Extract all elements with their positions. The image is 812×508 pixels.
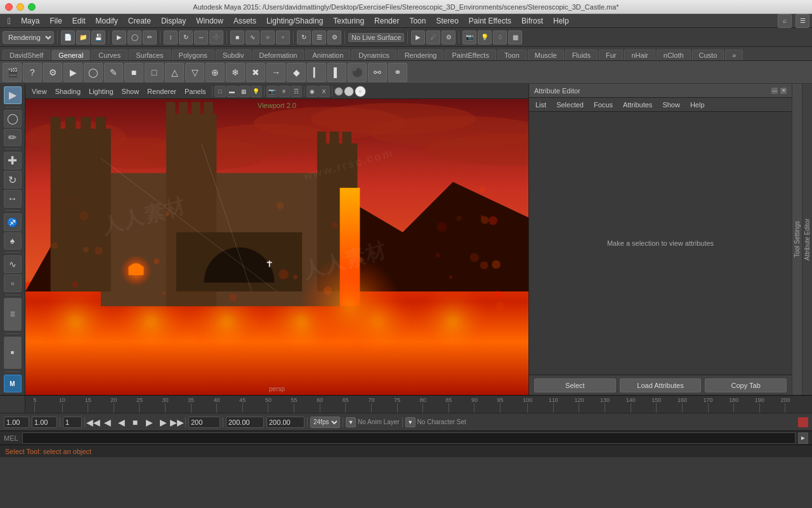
snap-curve-icon[interactable]: ∿ (246, 30, 259, 44)
curve-snap-tool[interactable]: ∿ (4, 255, 22, 273)
shelf-icon-measure[interactable]: → (266, 63, 285, 82)
menu-icon[interactable]: ☰ (796, 14, 809, 28)
attr-menu-show[interactable]: Show (658, 100, 684, 109)
play-forward-btn[interactable]: ▶ (143, 417, 155, 428)
rotate-icon[interactable]: ↻ (179, 30, 193, 44)
lasso-icon[interactable]: ◯ (128, 30, 141, 44)
shelf-tab-deformation[interactable]: Deformation (252, 50, 304, 60)
viewport-menu-view[interactable]: View (28, 87, 51, 96)
menu-bifrost[interactable]: Bifrost (516, 15, 548, 27)
vp-lighting-btn[interactable]: 💡 (251, 86, 262, 97)
viewport-menu-renderer[interactable]: Renderer (143, 87, 180, 96)
shelf-icon-ungroup[interactable]: □ (145, 63, 164, 82)
shelf-icon-lasso[interactable]: ◯ (84, 63, 103, 82)
render-settings-icon[interactable]: ⚙ (442, 30, 455, 44)
viewport-menu-shading[interactable]: Shading (51, 87, 84, 96)
light-icon[interactable]: 💡 (478, 30, 492, 44)
stop-btn[interactable]: ■ (129, 417, 141, 428)
surface-snap-tool[interactable]: ▫ (4, 274, 22, 292)
record-btn[interactable] (798, 417, 808, 427)
shelf-icon-history[interactable]: 🎬 (3, 63, 22, 82)
menu-maya[interactable]: Maya (16, 15, 44, 27)
shelf-icon-mel[interactable]: ⚙ (43, 63, 62, 82)
snap-surface-icon[interactable]: ▫ (276, 30, 290, 44)
open-icon[interactable]: 📁 (76, 30, 90, 44)
vp-x-ray-btn[interactable]: X (318, 86, 330, 97)
viewport-menu-lighting[interactable]: Lighting (85, 87, 117, 96)
shelf-icon-group[interactable]: ■ (124, 63, 143, 82)
shelf-tab-nhair[interactable]: nHair (624, 50, 655, 60)
menu-stereo[interactable]: Stereo (431, 15, 463, 27)
transform-icon[interactable]: ➕ (209, 30, 223, 44)
fps-selector[interactable]: 24fps 30fps (310, 417, 340, 428)
move-icon[interactable]: ↕ (164, 30, 178, 44)
shelf-tab-general[interactable]: General (51, 50, 90, 60)
snap-point-icon[interactable]: ○ (261, 30, 275, 44)
vp-wireframe-btn[interactable]: □ (214, 86, 226, 97)
step-back-btn[interactable]: ◀ (102, 417, 113, 428)
shelf-icon-unknown3[interactable]: ⚭ (388, 63, 407, 82)
menu-help[interactable]: Help (548, 15, 574, 27)
menu-paint-effects[interactable]: Paint Effects (464, 15, 516, 27)
menu-toon[interactable]: Toon (404, 15, 431, 27)
tool-settings-label[interactable]: Tool Settings (794, 221, 801, 257)
render-layer-icon[interactable]: ■ (4, 337, 22, 370)
material-icon[interactable]: ♢ (493, 30, 507, 44)
shelf-icon-paint[interactable]: ✎ (104, 63, 123, 82)
end-frame-input[interactable] (188, 417, 220, 428)
shelf-tab-muscle[interactable]: Muscle (528, 50, 564, 60)
shelf-tab-subdiv[interactable]: Subdiv (216, 50, 251, 60)
shelf-tab-dynamics[interactable]: Dynamics (351, 50, 396, 60)
vp-isolate-btn[interactable]: ◉ (306, 86, 318, 97)
attr-select-button[interactable]: Select (534, 378, 616, 392)
menu-create[interactable]: Create (123, 15, 156, 27)
go-to-end-btn[interactable]: ▶▶ (171, 417, 183, 428)
character-set-dropdown[interactable]: ▼ (405, 417, 416, 427)
range-end-input[interactable] (32, 417, 57, 428)
shelf-icon-freeze[interactable]: ❄ (226, 63, 245, 82)
viewport-menu-show[interactable]: Show (118, 87, 143, 96)
shelf-tab-polygons[interactable]: Polygons (172, 50, 214, 60)
shelf-icon-unknown1[interactable]: ⚫ (348, 63, 367, 82)
menu-lighting-shading[interactable]: Lighting/Shading (261, 15, 328, 27)
maximize-button[interactable] (28, 3, 36, 11)
shelf-tab-custom[interactable]: Custo (692, 50, 724, 60)
show-manipulator-tool[interactable]: ♠ (4, 232, 22, 250)
step-forward-btn[interactable]: ▶ (157, 417, 169, 428)
mel-execute-btn[interactable]: ► (798, 432, 808, 444)
search-icon[interactable]: ⌕ (778, 14, 792, 28)
select-tool[interactable]: ▶ (4, 86, 22, 104)
viewport[interactable]: Viewport 2.0 persp 人人素材 人人素材 www.rrsc.co… (25, 99, 528, 395)
shelf-tab-toon[interactable]: Toon (497, 50, 527, 60)
timeline-ruler[interactable]: 5101520253035404550556065707580859095100… (25, 396, 812, 413)
play-back-btn[interactable]: ◀ (115, 417, 127, 428)
menu-edit[interactable]: Edit (67, 15, 91, 27)
attr-editor-side-strip[interactable]: Attribute Editor (802, 84, 812, 395)
mel-input-field[interactable] (22, 432, 796, 444)
timeline-track[interactable] (25, 396, 812, 413)
rotate-tool[interactable]: ↻ (4, 171, 22, 189)
scale-tool[interactable]: ↔ (4, 190, 22, 208)
attr-editor-close-btn[interactable]: ✕ (780, 88, 787, 94)
shelf-tab-painteffects[interactable]: PaintEffects (445, 50, 496, 60)
menu-render[interactable]: Render (369, 15, 404, 27)
shelf-icon-distribute[interactable]: ▌ (327, 63, 346, 82)
time-end-input[interactable] (266, 417, 304, 428)
scene-viewport-canvas[interactable] (25, 99, 528, 395)
shelf-tab-surfaces[interactable]: Surfaces (129, 50, 170, 60)
go-to-start-btn[interactable]: ◀◀ (88, 417, 99, 428)
display-layer-icon[interactable]: ☰ (4, 298, 22, 331)
brush-icon[interactable]: ✏ (143, 30, 157, 44)
scale-icon[interactable]: ↔ (194, 30, 208, 44)
live-surface-label[interactable]: No Live Surface (348, 33, 404, 42)
snap-grid-icon[interactable]: ■ (230, 30, 244, 44)
select-icon[interactable]: ▶ (112, 30, 126, 44)
module-selector[interactable]: Rendering Animation Modeling Dynamics (3, 31, 54, 44)
shelf-tab-animation[interactable]: Animation (305, 50, 350, 60)
vp-sphere-med-btn[interactable]: ● (344, 86, 354, 97)
shelf-tab-davidshelf[interactable]: DavidShelf (3, 50, 50, 60)
viewport-menu-panels[interactable]: Panels (181, 87, 210, 96)
vp-grid-btn[interactable]: # (278, 86, 290, 97)
attr-menu-selected[interactable]: Selected (553, 100, 587, 109)
attr-menu-attributes[interactable]: Attributes (619, 100, 656, 109)
